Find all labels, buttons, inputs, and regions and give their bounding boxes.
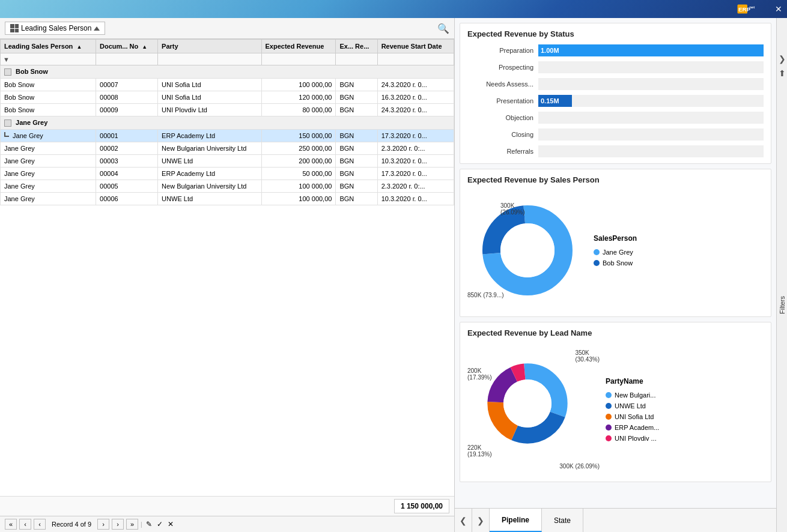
cell-doc-no: 00003 [96, 155, 158, 168]
cell-ex-re: BGN [336, 142, 377, 155]
cell-party: New Bulgarian University Ltd [158, 142, 261, 155]
cell-ex-re: BGN [336, 104, 377, 116]
tab-next-button[interactable]: ❯ [472, 509, 490, 532]
col-header-party[interactable]: Party [158, 40, 261, 53]
cell-party: New Bulgarian University Ltd [158, 180, 261, 193]
group-name-bob-snow: Bob Snow [16, 68, 48, 75]
table-row[interactable]: Jane Grey 00003 UNWE Ltd 200 000,00 BGN … [1, 155, 454, 168]
cell-expected-revenue: 50 000,00 [261, 168, 336, 180]
cell-sales-person: Jane Grey [1, 155, 96, 168]
tab-state[interactable]: State [542, 509, 583, 532]
donut-legend-sales: SalesPerson Jane Grey Bob Snow [594, 234, 637, 267]
donut-svg-sales: 300K(26.09%) 850K (73.9...) [467, 190, 588, 310]
cell-sales-person: Bob Snow [1, 91, 96, 104]
cell-party: UNI Sofia Ltd [158, 91, 261, 104]
cell-expected-revenue: 120 000,00 [261, 91, 336, 104]
search-button[interactable]: 🔍 [437, 23, 449, 34]
chart-title-sales-person: Expected Revenue by Sales Person [467, 175, 764, 184]
legend-dot-jane [594, 249, 600, 255]
share-button[interactable]: ⬆ [779, 68, 786, 78]
cell-ex-re: BGN [336, 91, 377, 104]
nav-last-button[interactable]: » [126, 519, 138, 530]
cell-expected-revenue: 200 000,00 [261, 155, 336, 168]
group-header-jane-grey[interactable]: Jane Grey [1, 116, 454, 130]
nav-prev-button[interactable]: ‹ [34, 519, 46, 530]
group-label: Leading Sales Person [21, 24, 91, 32]
cell-ex-re: BGN [336, 193, 377, 205]
donut-svg-lead: 350K(30.43%) 220K(19.13%) 300K (26.09%) … [467, 343, 600, 476]
col-header-expected-revenue[interactable]: Expected Revenue [261, 40, 336, 53]
cell-doc-no: 00001 [96, 130, 158, 142]
legend-dot-uni-sofia [606, 414, 612, 420]
sort-icon-doc-no: ▲ [142, 44, 147, 50]
bar-row-objection: Objection [467, 112, 764, 124]
cell-ex-re: BGN [336, 130, 377, 142]
table-row[interactable]: Bob Snow 00007 UNI Sofia Ltd 100 000,00 … [1, 79, 454, 91]
cell-revenue-start: 16.3.2020 г. 0... [377, 91, 454, 104]
group-header-bob-snow[interactable]: Bob Snow [1, 65, 454, 79]
group-by-button[interactable]: Leading Sales Person [5, 22, 105, 35]
svg-point-11 [503, 379, 552, 428]
col-header-sales-person[interactable]: Leading Sales Person ▲ [1, 40, 96, 53]
close-button[interactable]: ✕ [775, 4, 782, 14]
nav-next-page-button[interactable]: › [112, 519, 124, 530]
donut-label-bottom-left: 220K(19.13%) [467, 444, 492, 458]
right-panel: Expected Revenue by Status Preparation 1… [455, 18, 776, 532]
cell-revenue-start: 2.3.2020 г. 0:... [377, 180, 454, 193]
data-table: Leading Sales Person ▲ Docum... No ▲ Par… [0, 39, 454, 496]
cell-party: UNI Plovdiv Ltd [158, 104, 261, 116]
table-row[interactable]: Jane Grey 00002 New Bulgarian University… [1, 142, 454, 155]
legend-item-erp-academy: ERP Academ... [606, 424, 659, 431]
cell-doc-no: 00004 [96, 168, 158, 180]
legend-dot-erp-academy [606, 425, 612, 431]
table-row[interactable]: Jane Grey 00006 UNWE Ltd 100 000,00 BGN … [1, 193, 454, 205]
donut-wrapper-lead: 350K(30.43%) 220K(19.13%) 300K (26.09%) … [467, 343, 764, 476]
cell-sales-person: Bob Snow [1, 79, 96, 91]
svg-text:.net: .net [749, 5, 755, 9]
col-header-revenue-start[interactable]: Revenue Start Date [377, 40, 454, 53]
col-header-doc-no[interactable]: Docum... No ▲ [96, 40, 158, 53]
edit-button[interactable]: ✎ [145, 519, 153, 530]
tab-pipeline[interactable]: Pipeline [490, 509, 542, 532]
cell-revenue-start: 17.3.2020 г. 0... [377, 168, 454, 180]
table-row[interactable]: Bob Snow 00008 UNI Sofia Ltd 120 000,00 … [1, 91, 454, 104]
cell-sales-person: Jane Grey [1, 193, 96, 205]
bar-fill-preparation: 1.00M [538, 44, 764, 56]
cell-expected-revenue: 150 000,00 [261, 130, 336, 142]
legend-item-bob-snow: Bob Snow [594, 259, 637, 267]
sort-icon-sales-person: ▲ [76, 44, 82, 50]
donut-label-top-left: 200K(17.39%) [467, 367, 492, 381]
chart-revenue-by-lead-name: Expected Revenue by Lead Name 350K(30.43… [460, 322, 771, 482]
nav-next-button[interactable]: › [97, 519, 109, 530]
table-row[interactable]: Jane Grey 00001 ERP Academy Ltd 150 000,… [1, 130, 454, 142]
cell-sales-person: Bob Snow [1, 104, 96, 116]
table-row[interactable]: Jane Grey 00004 ERP Academy Ltd 50 000,0… [1, 168, 454, 180]
donut-label-top: 300K(26.09%) [500, 202, 525, 216]
legend-item-unwe: UNWE Ltd [606, 402, 659, 410]
nav-prev-page-button[interactable]: ‹ [19, 519, 31, 530]
cancel-action-button[interactable]: ✕ [166, 519, 175, 530]
total-value: 1 150 000,00 [394, 499, 449, 513]
confirm-button[interactable]: ✓ [156, 519, 164, 530]
total-display: 1 150 000,00 [0, 496, 454, 516]
collapse-sidebar-button[interactable]: ❯ [779, 54, 786, 64]
chart-title-status: Expected Revenue by Status [467, 29, 764, 38]
cell-party: UNI Sofia Ltd [158, 79, 261, 91]
cell-doc-no: 00007 [96, 79, 158, 91]
cell-ex-re: BGN [336, 79, 377, 91]
bar-row-preparation: Preparation 1.00M [467, 44, 764, 56]
filters-label[interactable]: Filters [779, 296, 786, 314]
table-row[interactable]: Bob Snow 00009 UNI Plovdiv Ltd 80 000,00… [1, 104, 454, 116]
col-header-ex-re[interactable]: Ex... Re... [336, 40, 377, 53]
cell-sales-person: Jane Grey [1, 130, 96, 142]
tab-prev-button[interactable]: ❮ [455, 509, 472, 532]
legend-dot-new-bulgarian [606, 392, 612, 398]
cell-revenue-start: 10.3.2020 г. 0... [377, 193, 454, 205]
nav-first-button[interactable]: « [5, 519, 17, 530]
filter-row: ▼ [1, 53, 454, 65]
cell-doc-no: 00009 [96, 104, 158, 116]
cell-revenue-start: 17.3.2020 г. 0... [377, 130, 454, 142]
cell-revenue-start: 24.3.2020 г. 0... [377, 104, 454, 116]
cell-doc-no: 00006 [96, 193, 158, 205]
table-row[interactable]: Jane Grey 00005 New Bulgarian University… [1, 180, 454, 193]
